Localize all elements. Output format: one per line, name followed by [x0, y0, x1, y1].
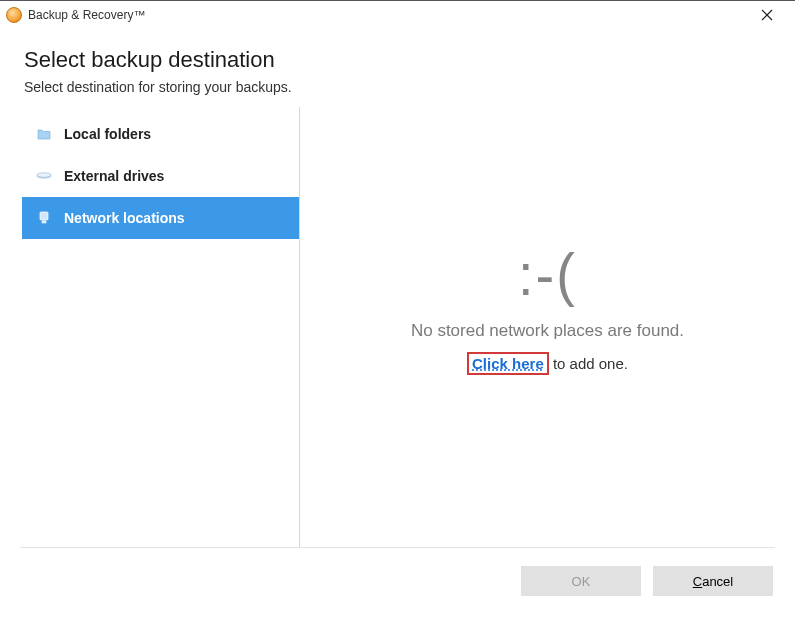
footer: OK Cancel: [0, 548, 795, 596]
ok-button: OK: [521, 566, 641, 596]
action-suffix: to add one.: [549, 355, 628, 372]
sidebar: Local folders External drives Network lo…: [22, 107, 300, 547]
close-icon: [761, 9, 773, 21]
app-icon: [6, 7, 22, 23]
sidebar-item-label: Local folders: [64, 126, 151, 142]
cancel-rest: ancel: [702, 574, 733, 589]
svg-point-3: [37, 173, 51, 177]
folder-icon: [36, 127, 52, 141]
empty-state-action: Click here to add one.: [467, 355, 628, 372]
app-title: Backup & Recovery™: [28, 8, 145, 22]
cancel-button[interactable]: Cancel: [653, 566, 773, 596]
network-icon: [36, 211, 52, 225]
body: Local folders External drives Network lo…: [0, 107, 795, 547]
empty-state-message: No stored network places are found.: [411, 321, 684, 341]
close-button[interactable]: [747, 3, 787, 27]
content-pane: :-( No stored network places are found. …: [300, 107, 795, 547]
titlebar-left: Backup & Recovery™: [6, 7, 145, 23]
page-subtitle: Select destination for storing your back…: [24, 79, 771, 95]
page-title: Select backup destination: [24, 47, 771, 73]
cancel-accel: C: [693, 574, 702, 589]
click-here-link[interactable]: Click here: [467, 352, 549, 375]
sidebar-item-label: External drives: [64, 168, 164, 184]
header: Select backup destination Select destina…: [0, 29, 795, 107]
drive-icon: [36, 169, 52, 183]
sad-face-icon: :-(: [518, 240, 577, 308]
ok-button-label: OK: [572, 574, 591, 589]
svg-rect-4: [40, 212, 48, 220]
titlebar: Backup & Recovery™: [0, 1, 795, 29]
sidebar-item-local-folders[interactable]: Local folders: [22, 113, 299, 155]
svg-rect-5: [42, 221, 46, 223]
sidebar-item-external-drives[interactable]: External drives: [22, 155, 299, 197]
sidebar-item-network-locations[interactable]: Network locations: [22, 197, 299, 239]
sidebar-item-label: Network locations: [64, 210, 185, 226]
